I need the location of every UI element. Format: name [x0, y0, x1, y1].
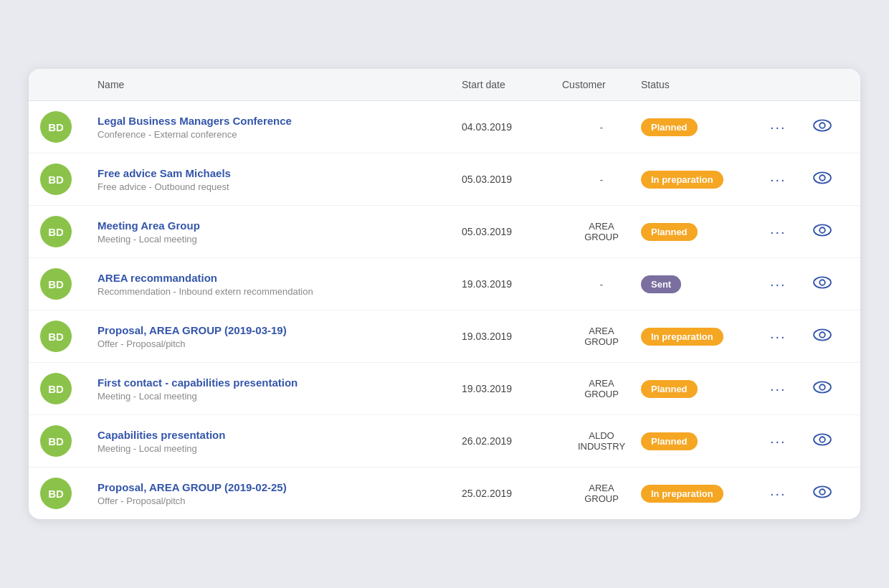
avatar: BD — [40, 163, 98, 195]
item-status: Planned — [641, 223, 770, 241]
view-button[interactable] — [813, 276, 849, 292]
item-subtitle: Meeting - Local meeting — [98, 234, 462, 245]
item-date: 19.03.2019 — [462, 278, 562, 290]
more-actions-button[interactable]: ··· — [770, 485, 813, 502]
avatar: BD — [40, 478, 98, 509]
view-button[interactable] — [813, 171, 849, 187]
table-row: BD Free advice Sam Michaels Free advice … — [29, 153, 860, 206]
item-date: 25.02.2019 — [462, 488, 562, 499]
col-customer-header: Customer — [562, 79, 641, 90]
avatar: BD — [40, 268, 98, 300]
svg-point-2 — [814, 172, 831, 183]
item-customer: - — [562, 174, 641, 185]
table-row: BD Proposal, AREA GROUP (2019-03-19) Off… — [29, 310, 860, 363]
more-actions-button[interactable]: ··· — [770, 171, 813, 188]
col-date-header: Start date — [462, 79, 562, 90]
item-info: Proposal, AREA GROUP (2019-02-25) Offer … — [98, 481, 462, 506]
item-title[interactable]: Meeting Area Group — [98, 219, 462, 232]
item-status: Sent — [641, 275, 770, 293]
item-info: Meeting Area Group Meeting - Local meeti… — [98, 219, 462, 245]
table-header: Name Start date Customer Status — [29, 69, 860, 101]
item-title[interactable]: First contact - capabilities presentatio… — [98, 376, 462, 389]
item-subtitle: Conference - External conference — [98, 129, 462, 140]
eye-icon — [813, 485, 832, 498]
avatar: BD — [40, 321, 98, 352]
item-info: First contact - capabilities presentatio… — [98, 376, 462, 402]
item-date: 19.03.2019 — [462, 331, 562, 342]
item-title[interactable]: Capabilities presentation — [98, 429, 462, 441]
main-table-card: Name Start date Customer Status BD Legal… — [29, 69, 860, 519]
col-status-header: Status — [641, 79, 770, 90]
item-title[interactable]: Legal Business Managers Conference — [98, 115, 462, 127]
view-button[interactable] — [813, 328, 849, 344]
avatar: BD — [40, 425, 98, 457]
table-row: BD Capabilities presentation Meeting - L… — [29, 415, 860, 468]
table-row: BD AREA recommandation Recommendation - … — [29, 258, 860, 310]
svg-point-11 — [819, 384, 825, 390]
svg-point-6 — [814, 277, 831, 288]
eye-icon — [813, 171, 832, 184]
table-row: BD Proposal, AREA GROUP (2019-02-25) Off… — [29, 468, 860, 519]
item-info: Free advice Sam Michaels Free advice - O… — [98, 167, 462, 192]
item-customer: AREAGROUP — [562, 483, 641, 504]
item-customer: AREAGROUP — [562, 378, 641, 399]
svg-point-10 — [814, 381, 831, 392]
item-date: 04.03.2019 — [462, 121, 562, 133]
status-badge: Planned — [641, 223, 698, 241]
item-info: Capabilities presentation Meeting - Loca… — [98, 429, 462, 454]
eye-icon — [813, 328, 832, 341]
more-actions-button[interactable]: ··· — [770, 276, 813, 293]
item-title[interactable]: Proposal, AREA GROUP (2019-03-19) — [98, 324, 462, 336]
view-button[interactable] — [813, 433, 849, 449]
item-status: Planned — [641, 380, 770, 398]
svg-point-7 — [819, 280, 825, 285]
item-customer: ALDOINDUSTRY — [562, 430, 641, 452]
item-title[interactable]: Proposal, AREA GROUP (2019-02-25) — [98, 481, 462, 493]
item-subtitle: Meeting - Local meeting — [98, 391, 462, 402]
item-date: 05.03.2019 — [462, 174, 562, 185]
item-customer: AREAGROUP — [562, 326, 641, 347]
view-button[interactable] — [813, 485, 849, 501]
svg-point-14 — [814, 486, 831, 497]
svg-point-15 — [819, 489, 825, 495]
col-avatar-header — [40, 79, 98, 90]
view-button[interactable] — [813, 119, 849, 135]
status-badge: Planned — [641, 432, 698, 450]
more-actions-button[interactable]: ··· — [770, 224, 813, 240]
svg-point-8 — [814, 329, 831, 340]
item-subtitle: Free advice - Outbound request — [98, 181, 462, 192]
item-title[interactable]: AREA recommandation — [98, 272, 462, 284]
eye-icon — [813, 276, 832, 289]
table-row: BD Meeting Area Group Meeting - Local me… — [29, 206, 860, 258]
col-view-header — [813, 79, 849, 90]
status-badge: In preparation — [641, 171, 723, 189]
view-button[interactable] — [813, 381, 849, 397]
status-badge: In preparation — [641, 485, 723, 503]
item-status: In preparation — [641, 328, 770, 346]
table-row: BD First contact - capabilities presenta… — [29, 363, 860, 415]
more-actions-button[interactable]: ··· — [770, 119, 813, 136]
status-badge: Planned — [641, 380, 698, 398]
svg-point-0 — [814, 120, 831, 131]
more-actions-button[interactable]: ··· — [770, 381, 813, 397]
more-actions-button[interactable]: ··· — [770, 328, 813, 345]
eye-icon — [813, 224, 832, 237]
item-date: 26.02.2019 — [462, 435, 562, 447]
eye-icon — [813, 119, 832, 132]
view-button[interactable] — [813, 224, 849, 240]
col-actions-header — [770, 79, 813, 90]
item-date: 05.03.2019 — [462, 226, 562, 237]
svg-point-9 — [819, 332, 825, 338]
item-info: AREA recommandation Recommendation - Inb… — [98, 272, 462, 297]
eye-icon — [813, 381, 832, 394]
svg-point-4 — [814, 224, 831, 235]
item-status: Planned — [641, 118, 770, 136]
avatar: BD — [40, 216, 98, 247]
more-actions-button[interactable]: ··· — [770, 433, 813, 450]
item-subtitle: Offer - Proposal/pitch — [98, 338, 462, 349]
item-customer: - — [562, 279, 641, 290]
item-title[interactable]: Free advice Sam Michaels — [98, 167, 462, 179]
svg-point-5 — [819, 227, 825, 233]
eye-icon — [813, 433, 832, 446]
table-row: BD Legal Business Managers Conference Co… — [29, 101, 860, 153]
